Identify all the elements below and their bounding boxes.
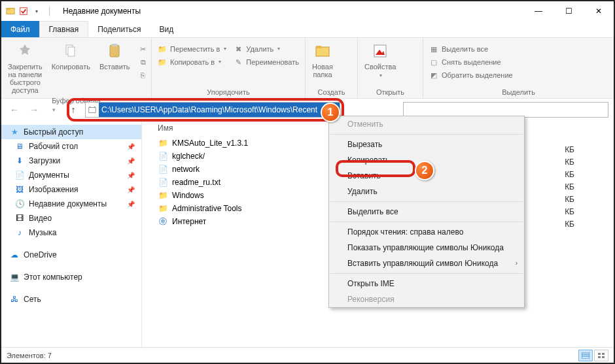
window-title: Недавние документы xyxy=(59,7,141,16)
pin-button[interactable]: Закрепить на панели быстрого доступа xyxy=(5,41,45,94)
status-bar: Элементов: 7 xyxy=(1,347,614,363)
ctx-insert-unicode[interactable]: Вставить управляющий символ Юникода› xyxy=(329,256,524,271)
properties-button[interactable]: Свойства▾ xyxy=(362,41,398,80)
moveto-button[interactable]: 📁Переместить в▾ xyxy=(156,43,228,55)
address-bar[interactable] xyxy=(85,102,340,118)
star-icon: ★ xyxy=(9,127,20,137)
selectinvert-button[interactable]: ◩Обратить выделение xyxy=(427,69,514,81)
quickbar-icon[interactable] xyxy=(18,6,29,16)
pin-icon: 📌 xyxy=(127,186,135,193)
nav-back[interactable]: ← xyxy=(7,105,22,115)
svg-rect-6 xyxy=(112,44,117,46)
ctx-delete[interactable]: Удалить xyxy=(329,184,524,199)
sidebar-desktop[interactable]: 🖥Рабочий стол📌 xyxy=(1,139,141,154)
selectnone-button[interactable]: ▢Снять выделение xyxy=(427,56,514,68)
ctx-selectall[interactable]: Выделить все xyxy=(329,204,524,220)
videos-icon: 🎞 xyxy=(14,213,25,223)
navigation-pane: ★Быстрый доступ 🖥Рабочий стол📌 ⬇Загрузки… xyxy=(1,121,142,347)
copy-button[interactable]: Копировать xyxy=(49,41,93,71)
selectnone-icon: ▢ xyxy=(429,57,439,67)
folder-icon: 📁 xyxy=(158,203,168,214)
svg-rect-2 xyxy=(20,8,27,15)
ctx-cut[interactable]: Вырезать xyxy=(329,137,524,152)
close-button[interactable]: ✕ xyxy=(584,1,614,21)
explorer-window: ▾ │ Недавние документы — ☐ ✕ Файл Главна… xyxy=(0,0,615,364)
delete-button[interactable]: ✖Удалить▾ xyxy=(232,43,300,55)
svg-rect-7 xyxy=(316,47,329,56)
pin-icon: 📌 xyxy=(127,157,135,165)
rename-icon: ✎ xyxy=(233,57,243,67)
properties-icon xyxy=(370,41,391,61)
svg-point-12 xyxy=(94,107,96,108)
svg-rect-13 xyxy=(582,352,589,359)
col-name[interactable]: Имя xyxy=(158,124,173,133)
sidebar-pictures[interactable]: 🖼Изображения📌 xyxy=(1,182,141,197)
ctx-show-unicode[interactable]: Показать управляющие символы Юникода xyxy=(329,240,524,256)
title-bar: ▾ │ Недавние документы — ☐ ✕ xyxy=(1,1,614,21)
documents-icon: 📄 xyxy=(14,170,25,180)
tab-home[interactable]: Главная xyxy=(39,21,89,37)
ribbon-tabs: Файл Главная Поделиться Вид xyxy=(1,21,614,38)
properties-label: Свойства xyxy=(364,63,396,71)
sidebar-music[interactable]: ♪Музыка xyxy=(1,225,141,240)
sidebar-quickaccess[interactable]: ★Быстрый доступ xyxy=(1,125,141,139)
svg-rect-8 xyxy=(316,46,321,48)
svg-rect-16 xyxy=(598,353,601,355)
file-icon: 📄 xyxy=(158,164,168,174)
minimize-button[interactable]: — xyxy=(523,1,554,21)
svg-rect-19 xyxy=(602,356,605,358)
folder-icon xyxy=(312,41,333,61)
path-icon: ⧉ xyxy=(138,57,149,67)
rename-button[interactable]: ✎Переименовать xyxy=(232,56,300,68)
scissors-icon: ✂ xyxy=(138,44,149,54)
network-icon: 🖧 xyxy=(9,294,20,305)
copy-label: Копировать xyxy=(52,63,90,71)
tab-view[interactable]: Вид xyxy=(150,21,183,37)
pictures-icon: 🖼 xyxy=(14,184,25,195)
sidebar-documents[interactable]: 📄Документы📌 xyxy=(1,168,141,182)
desktop-icon: 🖥 xyxy=(14,141,25,152)
view-icons-button[interactable] xyxy=(594,350,608,361)
svg-rect-5 xyxy=(110,45,119,57)
sidebar-network[interactable]: 🖧Сеть xyxy=(1,292,141,306)
chevron-right-icon: › xyxy=(516,259,518,267)
sidebar-videos[interactable]: 🎞Видео xyxy=(1,211,141,225)
maximize-button[interactable]: ☐ xyxy=(554,1,584,21)
nav-forward[interactable]: → xyxy=(26,105,42,115)
copypath-small[interactable]: ⧉ xyxy=(137,56,150,68)
divider: │ xyxy=(44,6,55,16)
ctx-rtl[interactable]: Порядок чтения: справа налево xyxy=(329,224,524,240)
view-details-button[interactable] xyxy=(578,350,593,361)
sidebar-thispc[interactable]: 💻Этот компьютер xyxy=(1,270,141,284)
group-create-label: Создать xyxy=(306,88,357,98)
folder-icon: 📁 xyxy=(158,190,168,201)
selectall-button[interactable]: ▦Выделить все xyxy=(427,43,514,55)
shortcut-icon: ⎘ xyxy=(138,70,149,80)
dropdown-icon[interactable]: ▾ xyxy=(31,6,42,16)
sidebar-recent[interactable]: 🕓Недавние документы📌 xyxy=(1,197,141,211)
tab-file[interactable]: Файл xyxy=(1,21,39,37)
copyto-button[interactable]: 📁Копировать в▾ xyxy=(156,56,228,68)
copy-icon xyxy=(60,41,81,61)
nav-recent[interactable]: ▾ xyxy=(46,107,62,113)
newfolder-button[interactable]: Новая папка xyxy=(309,41,336,78)
onedrive-icon: ☁ xyxy=(9,250,20,260)
address-input[interactable] xyxy=(99,103,340,117)
pasteshort-small[interactable]: ⎘ xyxy=(137,69,150,81)
paste-button[interactable]: Вставить xyxy=(97,41,133,71)
svg-rect-1 xyxy=(7,8,10,10)
pin-label: Закрепить на панели быстрого доступа xyxy=(8,63,43,94)
ie-icon: ⓔ xyxy=(158,216,168,227)
folder-icon: 📁 xyxy=(158,138,168,148)
cut-small[interactable]: ✂ xyxy=(137,43,150,55)
file-icon: 📄 xyxy=(158,177,168,188)
address-icon xyxy=(86,105,99,114)
nav-up[interactable]: ↑ xyxy=(65,105,81,115)
tab-share[interactable]: Поделиться xyxy=(88,21,150,37)
newfolder-label: Новая папка xyxy=(312,63,333,78)
ctx-undo: Отменить xyxy=(329,116,524,132)
delete-icon: ✖ xyxy=(233,44,243,54)
sidebar-onedrive[interactable]: ☁OneDrive xyxy=(1,248,141,262)
ctx-ime[interactable]: Открыть IME xyxy=(329,276,524,291)
sidebar-downloads[interactable]: ⬇Загрузки📌 xyxy=(1,154,141,168)
